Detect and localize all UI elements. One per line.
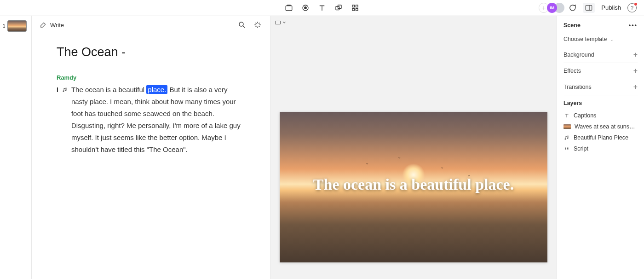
choose-template-button[interactable]: Choose template⌄ <box>564 33 638 47</box>
script-highlight[interactable]: place. <box>146 85 167 94</box>
top-toolbar: + IM Publish ? <box>0 0 644 16</box>
text-icon <box>564 112 570 119</box>
chevron-down-icon <box>282 21 286 24</box>
write-label: Write <box>50 22 64 29</box>
main-layout: 1 Write The Ocean - Ramdy I The ocean is… <box>0 16 644 279</box>
layer-music[interactable]: Beautiful Piano Piece <box>564 132 638 143</box>
panel-header: Scene ••• <box>564 22 638 29</box>
svg-rect-8 <box>356 8 358 11</box>
center-tools <box>285 4 359 12</box>
plus-icon: + <box>633 67 638 75</box>
media-icon[interactable] <box>285 4 293 12</box>
chevron-down-icon: ⌄ <box>610 37 614 42</box>
search-icon[interactable] <box>238 21 246 29</box>
sparkle-icon[interactable] <box>253 21 262 29</box>
help-button[interactable]: ? <box>627 3 637 12</box>
background-label: Background <box>564 52 594 58</box>
script-line[interactable]: I The ocean is a beautiful place. But it… <box>57 84 245 156</box>
record-icon[interactable] <box>301 4 310 12</box>
scene-number: 1 <box>3 23 6 29</box>
media-thumbnail-icon <box>564 124 571 129</box>
publish-button[interactable]: Publish <box>601 4 621 11</box>
text-icon[interactable] <box>318 4 326 12</box>
choose-template-label: Choose template <box>564 36 607 42</box>
svg-rect-0 <box>286 6 292 11</box>
more-options-button[interactable]: ••• <box>629 22 638 29</box>
layers-title: Layers <box>564 100 638 106</box>
pencil-icon <box>40 22 46 28</box>
write-button[interactable]: Write <box>40 22 64 29</box>
editor-header: Write <box>32 16 270 34</box>
document-title[interactable]: The Ocean - <box>57 45 245 59</box>
quote-icon <box>564 145 570 152</box>
scene-thumbnail[interactable] <box>7 20 27 32</box>
bird-silhouette: ⌄ <box>397 154 401 159</box>
notification-dot <box>634 3 637 6</box>
panel-toggle-button[interactable] <box>583 3 595 13</box>
aspect-rect-icon <box>275 21 281 24</box>
editor-header-right <box>238 21 262 29</box>
svg-rect-4 <box>338 5 342 9</box>
svg-point-11 <box>239 22 243 26</box>
bird-silhouette: ⌄ <box>365 160 369 165</box>
shapes-icon[interactable] <box>334 4 343 12</box>
layer-script[interactable]: Script <box>564 143 638 154</box>
transitions-label: Transitions <box>564 84 592 90</box>
plus-icon: + <box>633 51 638 58</box>
canvas-column: ⌄ ⌄ ⌄ ⌄ The ocean is a beautiful place. <box>270 16 557 279</box>
layer-label: Beautiful Piano Piece <box>574 134 628 141</box>
music-icon <box>564 134 570 141</box>
grid-icon[interactable] <box>351 4 359 12</box>
avatar[interactable]: IM <box>547 3 557 13</box>
layer-label: Waves at sea at sunset. Flocks... <box>575 123 638 130</box>
layer-label: Script <box>574 145 588 152</box>
background-row[interactable]: Background + <box>564 47 638 63</box>
canvas-header <box>270 16 557 29</box>
scene-item[interactable]: 1 <box>0 20 31 32</box>
transitions-row[interactable]: Transitions + <box>564 79 638 95</box>
top-right-controls: + IM Publish ? <box>539 3 637 13</box>
panel-title: Scene <box>564 22 581 29</box>
scenes-column: 1 <box>0 16 32 279</box>
layer-captions[interactable]: Captions <box>564 110 638 121</box>
line-marker: I <box>57 84 58 96</box>
svg-rect-7 <box>352 8 355 11</box>
effects-row[interactable]: Effects + <box>564 63 638 79</box>
speaker-label[interactable]: Ramdy <box>57 74 245 81</box>
svg-rect-9 <box>586 5 592 10</box>
editor-body[interactable]: The Ocean - Ramdy I The ocean is a beaut… <box>32 34 270 279</box>
svg-point-2 <box>305 6 307 9</box>
bird-silhouette: ⌄ <box>440 164 444 169</box>
music-icon <box>62 87 68 93</box>
aspect-ratio-button[interactable] <box>275 21 286 24</box>
script-pre: The ocean is a beautiful <box>71 86 146 93</box>
editor-column: Write The Ocean - Ramdy I The ocean is a… <box>32 16 270 279</box>
layer-label: Captions <box>574 112 596 119</box>
slide-preview[interactable]: ⌄ ⌄ ⌄ ⌄ The ocean is a beautiful place. <box>280 112 547 262</box>
properties-panel: Scene ••• Choose template⌄ Background + … <box>557 16 644 279</box>
svg-rect-3 <box>336 6 339 10</box>
svg-rect-6 <box>356 5 358 7</box>
script-post: But it is also a very nasty place. I mea… <box>71 86 241 153</box>
avatar-stack: + IM <box>539 3 562 13</box>
svg-rect-5 <box>352 5 355 7</box>
layer-media[interactable]: Waves at sea at sunset. Flocks... <box>564 121 638 132</box>
comment-icon[interactable] <box>568 4 576 12</box>
caption-overlay: The ocean is a beautiful place. <box>295 174 532 195</box>
plus-icon: + <box>633 83 638 91</box>
effects-label: Effects <box>564 68 581 74</box>
script-text[interactable]: The ocean is a beautiful place. But it i… <box>71 84 245 156</box>
